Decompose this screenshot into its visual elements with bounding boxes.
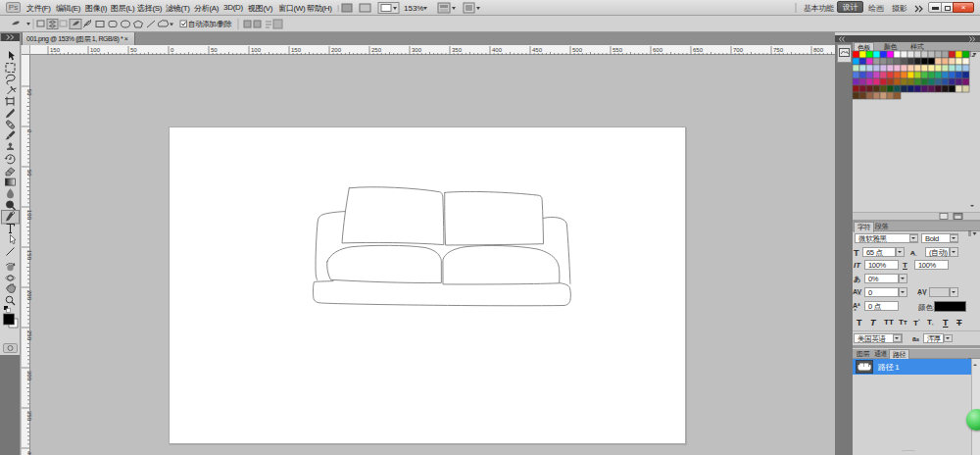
svg-text:350: 350 [452,47,463,53]
svg-text:450: 450 [532,47,543,53]
svg-text:50: 50 [130,47,137,53]
svg-text:100: 100 [26,210,32,221]
svg-text:200: 200 [331,47,342,53]
svg-text:550: 550 [612,47,623,53]
svg-text:50: 50 [211,47,218,53]
svg-text:150: 150 [26,250,32,261]
svg-text:250: 250 [371,47,382,53]
svg-text:400: 400 [26,451,32,455]
svg-text:0: 0 [26,129,32,133]
svg-text:700: 700 [733,47,744,53]
svg-text:150: 150 [291,47,302,53]
svg-text:100: 100 [251,47,262,53]
svg-text:50: 50 [26,170,32,177]
svg-text:250: 250 [26,330,32,341]
svg-text:50: 50 [26,89,32,96]
svg-text:100: 100 [90,47,101,53]
svg-text:0: 0 [171,47,174,53]
svg-text:350: 350 [26,411,32,422]
svg-text:750: 750 [773,47,784,53]
svg-text:150: 150 [50,47,61,53]
svg-text:400: 400 [492,47,503,53]
svg-text:600: 600 [653,47,663,53]
svg-text:200: 200 [26,290,32,301]
svg-text:500: 500 [572,47,583,53]
svg-text:800: 800 [813,47,824,53]
svg-text:650: 650 [693,47,704,53]
svg-text:300: 300 [412,47,422,53]
svg-text:300: 300 [26,371,32,381]
